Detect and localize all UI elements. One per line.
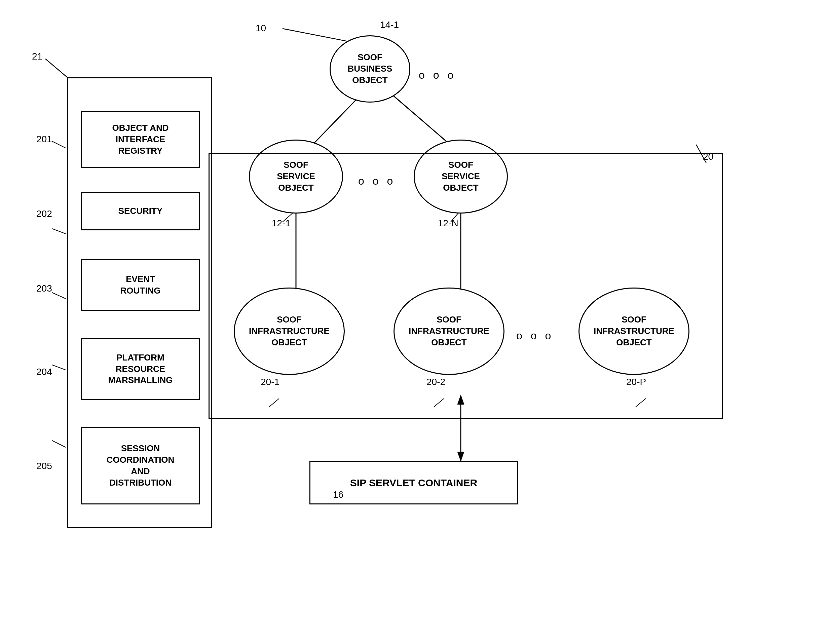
ref-203: 203 <box>36 283 52 294</box>
session-coordination: SESSION COORDINATION AND DISTRIBUTION <box>81 427 200 504</box>
soof-infra-2: SOOF INFRASTRUCTURE OBJECT <box>394 287 504 375</box>
event-routing: EVENT ROUTING <box>81 259 200 311</box>
svg-line-19 <box>52 365 66 370</box>
svg-line-18 <box>52 293 66 299</box>
svg-line-2 <box>309 96 360 148</box>
ref-10: 10 <box>255 23 266 34</box>
ref-20-p: 20-P <box>626 377 646 387</box>
ref-20: 20 <box>703 151 713 162</box>
ref-16: 16 <box>333 489 343 500</box>
ref-20-2: 20-2 <box>426 377 445 387</box>
object-interface-registry: OBJECT AND INTERFACE REGISTRY <box>81 111 200 168</box>
soof-infra-p: SOOF INFRASTRUCTURE OBJECT <box>578 287 689 375</box>
ref-204: 204 <box>36 367 52 377</box>
ref-21: 21 <box>32 51 42 62</box>
soof-business-object: SOOF BUSINESS OBJECT <box>330 35 410 103</box>
dots-business: o o o <box>419 69 456 81</box>
ref-14-1: 14-1 <box>380 20 399 30</box>
dots-infra: o o o <box>516 330 553 342</box>
ref-201: 201 <box>36 134 52 144</box>
platform-resource-marshalling: PLATFORM RESOURCE MARSHALLING <box>81 338 200 400</box>
svg-line-3 <box>394 96 454 148</box>
svg-line-17 <box>52 229 66 234</box>
svg-line-16 <box>52 141 66 148</box>
ref-20-1: 20-1 <box>261 377 280 387</box>
security: SECURITY <box>81 192 200 231</box>
ref-205: 205 <box>36 461 52 472</box>
soof-infra-1: SOOF INFRASTRUCTURE OBJECT <box>234 287 345 375</box>
svg-line-20 <box>52 441 66 447</box>
diagram-container: 10 14-1 SOOF BUSINESS OBJECT o o o SOOF … <box>0 0 824 644</box>
ref-202: 202 <box>36 209 52 219</box>
svg-line-8 <box>45 59 67 77</box>
